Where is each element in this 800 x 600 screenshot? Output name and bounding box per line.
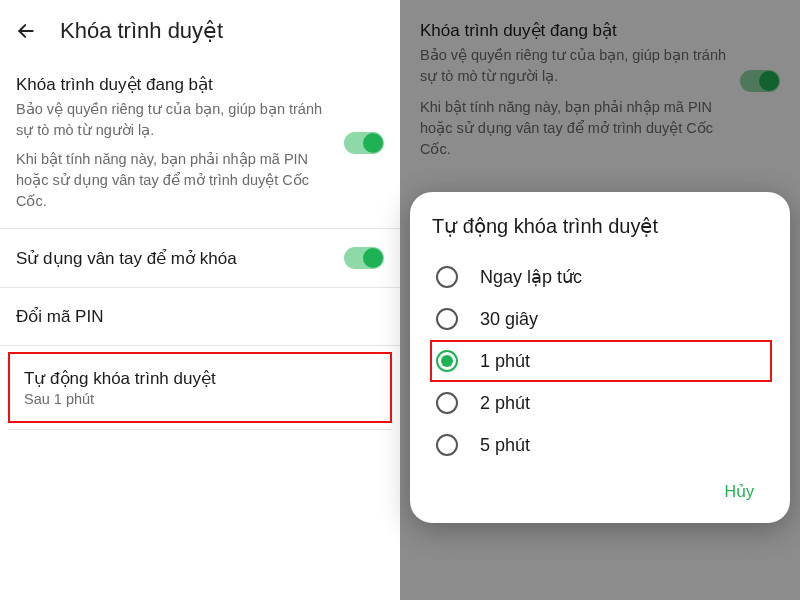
lock-enabled-desc1: Bảo vệ quyền riêng tư của bạn, giúp bạn …	[16, 99, 332, 141]
bg-toggle	[740, 70, 780, 92]
cancel-button[interactable]: Hủy	[716, 476, 762, 507]
bg-lock-desc2: Khi bật tính năng này, bạn phải nhập mã …	[420, 97, 728, 160]
lock-enabled-title: Khóa trình duyệt đang bật	[16, 74, 332, 95]
autolock-label: Tự động khóa trình duyệt	[24, 368, 376, 389]
option-label: 30 giây	[480, 309, 538, 330]
bg-lock-desc1: Bảo vệ quyền riêng tư của bạn, giúp bạn …	[420, 45, 728, 87]
option-5min[interactable]: 5 phút	[432, 424, 770, 466]
option-label: 1 phút	[480, 351, 530, 372]
autolock-value: Sau 1 phút	[24, 391, 376, 407]
option-1min[interactable]: 1 phút	[430, 340, 772, 382]
header: Khóa trình duyệt	[0, 0, 400, 58]
option-2min[interactable]: 2 phút	[432, 382, 770, 424]
option-label: 2 phút	[480, 393, 530, 414]
option-label: 5 phút	[480, 435, 530, 456]
lock-enabled-desc2: Khi bật tính năng này, bạn phải nhập mã …	[16, 149, 332, 212]
fingerprint-label: Sử dụng vân tay để mở khóa	[16, 248, 344, 269]
option-30s[interactable]: 30 giây	[432, 298, 770, 340]
fingerprint-row[interactable]: Sử dụng vân tay để mở khóa	[0, 229, 400, 288]
autolock-dialog: Tự động khóa trình duyệt Ngay lập tức 30…	[410, 192, 790, 523]
radio-icon	[436, 434, 458, 456]
radio-icon	[436, 266, 458, 288]
dialog-actions: Hủy	[432, 466, 770, 511]
autolock-row[interactable]: Tự động khóa trình duyệt Sau 1 phút	[8, 352, 392, 423]
bg-lock-title: Khóa trình duyệt đang bật	[420, 20, 728, 41]
page-title: Khóa trình duyệt	[60, 18, 223, 44]
dialog-title: Tự động khóa trình duyệt	[432, 214, 770, 238]
change-pin-label: Đổi mã PIN	[16, 306, 384, 327]
change-pin-row[interactable]: Đổi mã PIN	[0, 288, 400, 346]
radio-icon	[436, 308, 458, 330]
option-label: Ngay lập tức	[480, 266, 582, 288]
lock-enabled-toggle[interactable]	[344, 132, 384, 154]
back-icon[interactable]	[16, 21, 36, 41]
radio-icon	[436, 392, 458, 414]
lock-enabled-section: Khóa trình duyệt đang bật Bảo vệ quyền r…	[0, 58, 400, 229]
option-immediately[interactable]: Ngay lập tức	[432, 256, 770, 298]
fingerprint-toggle[interactable]	[344, 247, 384, 269]
radio-checked-icon	[436, 350, 458, 372]
settings-screen-left: Khóa trình duyệt Khóa trình duyệt đang b…	[0, 0, 400, 600]
settings-screen-right: Khóa trình duyệt đang bật Bảo vệ quyền r…	[400, 0, 800, 600]
